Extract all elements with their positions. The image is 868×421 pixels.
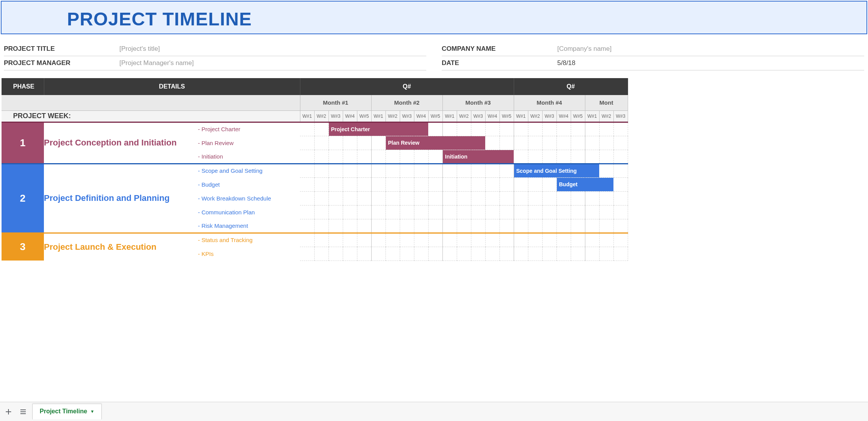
timeline-cell[interactable] (343, 164, 357, 177)
timeline-cell[interactable] (385, 164, 400, 177)
timeline-cell[interactable] (471, 233, 485, 247)
timeline-cell[interactable] (528, 205, 542, 219)
timeline-cell[interactable] (485, 122, 499, 136)
timeline-cell[interactable] (300, 177, 314, 191)
phase-detail[interactable]: - Project Charter (198, 122, 300, 136)
timeline-cell[interactable] (499, 205, 514, 219)
timeline-cell[interactable] (414, 219, 428, 233)
timeline-cell[interactable] (343, 205, 357, 219)
timeline-cell[interactable] (314, 233, 328, 247)
timeline-cell[interactable] (585, 122, 599, 136)
meta-value[interactable]: [Project's title] (119, 45, 160, 53)
timeline-cell[interactable] (542, 136, 556, 150)
timeline-cell[interactable] (442, 205, 457, 219)
timeline-cell[interactable] (328, 233, 343, 247)
timeline-cell[interactable] (528, 219, 542, 233)
timeline-cell[interactable] (385, 150, 400, 164)
timeline-cell[interactable] (414, 177, 428, 191)
timeline-cell[interactable] (585, 191, 599, 205)
timeline-cell[interactable] (343, 191, 357, 205)
gantt-bar-cell[interactable]: Plan Review (385, 136, 485, 150)
timeline-cell[interactable] (328, 247, 343, 261)
timeline-cell[interactable] (528, 177, 542, 191)
timeline-cell[interactable] (400, 191, 414, 205)
timeline-cell[interactable] (556, 247, 571, 261)
timeline-cell[interactable] (343, 150, 357, 164)
timeline-cell[interactable] (371, 177, 385, 191)
timeline-cell[interactable] (499, 122, 514, 136)
timeline-cell[interactable] (300, 150, 314, 164)
gantt-bar[interactable]: Scope and Goal Setting (514, 164, 600, 177)
timeline-cell[interactable] (300, 122, 314, 136)
timeline-cell[interactable] (556, 205, 571, 219)
gantt-bar[interactable]: Budget (557, 178, 614, 191)
timeline-cell[interactable] (571, 136, 585, 150)
timeline-cell[interactable] (343, 247, 357, 261)
timeline-cell[interactable] (485, 177, 499, 191)
gantt-bar-cell[interactable]: Initiation (442, 150, 514, 164)
timeline-cell[interactable] (371, 205, 385, 219)
timeline-cell[interactable] (300, 205, 314, 219)
timeline-cell[interactable] (542, 191, 556, 205)
phase-detail[interactable]: - Communication Plan (198, 205, 300, 219)
timeline-cell[interactable] (457, 177, 471, 191)
timeline-cell[interactable] (328, 136, 343, 150)
timeline-cell[interactable] (357, 219, 371, 233)
timeline-cell[interactable] (357, 164, 371, 177)
timeline-cell[interactable] (471, 122, 485, 136)
timeline-cell[interactable] (514, 233, 528, 247)
timeline-cell[interactable] (514, 177, 528, 191)
timeline-cell[interactable] (400, 233, 414, 247)
timeline-cell[interactable] (542, 122, 556, 136)
timeline-cell[interactable] (514, 205, 528, 219)
timeline-cell[interactable] (542, 177, 556, 191)
timeline-cell[interactable] (343, 177, 357, 191)
timeline-cell[interactable] (599, 136, 613, 150)
timeline-cell[interactable] (499, 191, 514, 205)
timeline-cell[interactable] (599, 247, 613, 261)
timeline-cell[interactable] (357, 233, 371, 247)
timeline-cell[interactable] (499, 233, 514, 247)
timeline-cell[interactable] (499, 136, 514, 150)
timeline-cell[interactable] (599, 233, 613, 247)
phase-detail[interactable]: - Plan Review (198, 136, 300, 150)
timeline-cell[interactable] (457, 219, 471, 233)
timeline-cell[interactable] (585, 233, 599, 247)
timeline-cell[interactable] (471, 205, 485, 219)
timeline-cell[interactable] (414, 205, 428, 219)
timeline-cell[interactable] (599, 219, 613, 233)
timeline-cell[interactable] (385, 205, 400, 219)
timeline-cell[interactable] (542, 247, 556, 261)
timeline-cell[interactable] (300, 164, 314, 177)
timeline-cell[interactable] (385, 219, 400, 233)
timeline-cell[interactable] (585, 247, 599, 261)
timeline-cell[interactable] (314, 219, 328, 233)
meta-value[interactable]: [Company's name] (557, 45, 612, 53)
timeline-cell[interactable] (385, 247, 400, 261)
gantt-bar[interactable]: Project Charter (329, 123, 429, 136)
timeline-cell[interactable] (599, 150, 613, 164)
timeline-cell[interactable] (442, 177, 457, 191)
timeline-cell[interactable] (471, 164, 485, 177)
timeline-cell[interactable] (328, 219, 343, 233)
timeline-cell[interactable] (599, 205, 613, 219)
timeline-cell[interactable] (613, 150, 628, 164)
timeline-cell[interactable] (613, 122, 628, 136)
timeline-cell[interactable] (613, 233, 628, 247)
meta-value[interactable]: [Project Manager's name] (119, 59, 194, 67)
timeline-cell[interactable] (385, 177, 400, 191)
timeline-cell[interactable] (300, 219, 314, 233)
timeline-cell[interactable] (428, 150, 442, 164)
timeline-cell[interactable] (314, 164, 328, 177)
timeline-cell[interactable] (542, 150, 556, 164)
timeline-cell[interactable] (442, 247, 457, 261)
phase-detail[interactable]: - Status and Tracking (198, 233, 300, 247)
timeline-cell[interactable] (428, 247, 442, 261)
timeline-cell[interactable] (556, 150, 571, 164)
timeline-cell[interactable] (400, 219, 414, 233)
phase-detail[interactable]: - Budget (198, 177, 300, 191)
gantt-bar[interactable]: Plan Review (386, 136, 486, 150)
timeline-cell[interactable] (613, 247, 628, 261)
timeline-cell[interactable] (542, 205, 556, 219)
timeline-cell[interactable] (514, 122, 528, 136)
